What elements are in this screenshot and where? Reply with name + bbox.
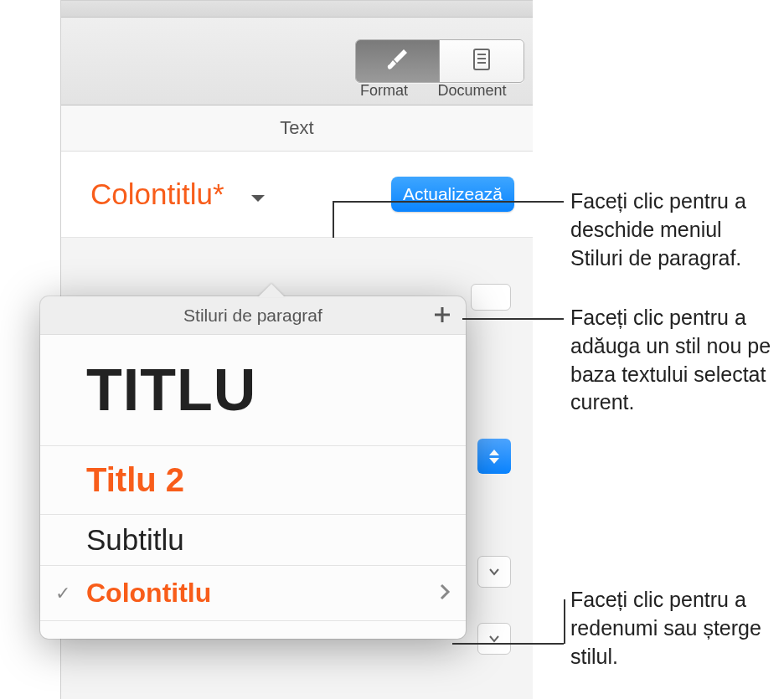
popover-arrow	[258, 284, 285, 297]
style-item-subtitlu[interactable]: Subtitlu	[40, 514, 466, 565]
style-item-label: Colontitlu	[86, 566, 211, 620]
document-tab[interactable]	[440, 40, 524, 82]
paragraph-style-row: Colontitlu* Actualizează	[61, 152, 533, 238]
format-tab[interactable]	[356, 40, 440, 82]
callout-leader	[564, 599, 565, 644]
callout-leader	[452, 643, 564, 645]
callout-leader	[333, 201, 564, 203]
add-style-button[interactable]	[431, 305, 454, 328]
toolbar-labels: Format Document	[61, 82, 524, 100]
style-item-label: Subtitlu	[86, 515, 184, 565]
popover-header: Stiluri de paragraf	[40, 296, 466, 335]
inspector-section-label: Text	[61, 105, 533, 152]
window-titlebar	[61, 0, 533, 18]
popover-title: Stiluri de paragraf	[183, 306, 322, 326]
update-style-button[interactable]: Actualizează	[391, 177, 514, 212]
paintbrush-icon	[385, 48, 410, 75]
callout-leader	[333, 201, 334, 238]
view-segmented-control	[355, 39, 524, 83]
style-item-colontitlu[interactable]: ✓ Colontitlu	[40, 565, 466, 620]
style-item-label: TITLU	[86, 335, 256, 445]
toolbar: Format Document	[61, 18, 533, 105]
callout-add-style: Faceți clic pentru a adăuga un stil nou …	[570, 304, 780, 417]
style-options-button[interactable]	[439, 583, 451, 604]
style-item-titlu2[interactable]: Titlu 2	[40, 445, 466, 514]
style-item-titlu[interactable]: TITLU	[40, 335, 466, 445]
callout-open-menu: Faceți clic pentru a deschide meniul Sti…	[570, 188, 780, 272]
obscured-dropdown[interactable]	[477, 623, 511, 655]
styles-list: TITLU Titlu 2 Subtitlu ✓ Colontitlu	[40, 335, 466, 639]
style-item-partial[interactable]	[40, 620, 466, 639]
paragraph-style-popup[interactable]: Colontitlu*	[90, 177, 266, 211]
obscured-dropdown[interactable]	[477, 556, 511, 588]
chevron-right-icon	[439, 589, 451, 604]
paragraph-styles-popover: Stiluri de paragraf TITLU Titlu 2 Subtit…	[40, 296, 466, 639]
style-item-label: Titlu 2	[86, 446, 184, 514]
chevron-down-icon	[250, 177, 266, 211]
format-tab-label: Format	[340, 82, 428, 100]
obscured-field[interactable]	[471, 284, 511, 311]
checkmark-icon: ✓	[55, 583, 70, 604]
document-tab-label: Document	[428, 82, 516, 100]
current-style-name: Colontitlu*	[90, 177, 224, 211]
obscured-popup-button[interactable]	[477, 439, 511, 474]
document-icon	[472, 48, 492, 75]
callout-leader	[462, 318, 564, 320]
plus-icon	[432, 305, 452, 329]
callout-rename-delete: Faceți clic pentru a redenumi sau șterge…	[570, 586, 780, 671]
